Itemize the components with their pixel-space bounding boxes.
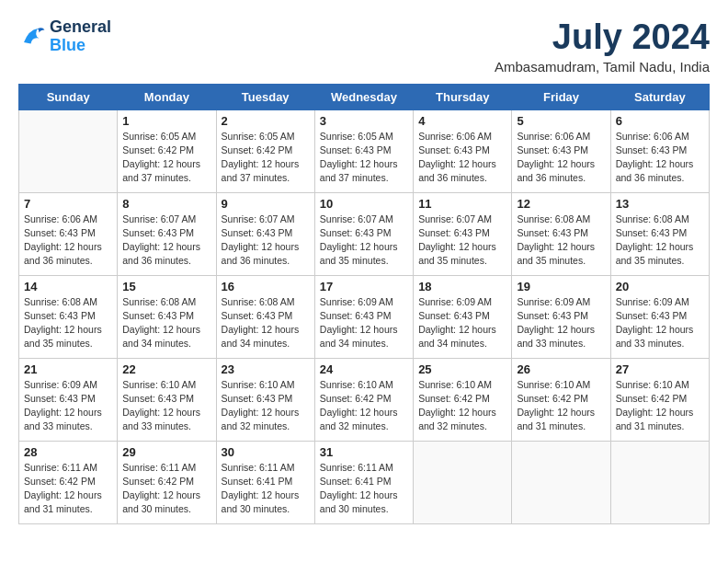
day-info: Sunrise: 6:09 AMSunset: 6:43 PMDaylight:… [24,378,112,434]
day-info: Sunrise: 6:06 AMSunset: 6:43 PMDaylight:… [517,130,605,186]
day-number: 18 [418,280,506,293]
day-number: 15 [122,280,210,293]
weekday-header-thursday: Thursday [414,84,512,109]
calendar-cell: 16Sunrise: 6:08 AMSunset: 6:43 PMDayligh… [216,275,314,358]
day-info: Sunrise: 6:08 AMSunset: 6:43 PMDaylight:… [222,295,310,351]
day-number: 10 [320,197,408,211]
day-info: Sunrise: 6:11 AMSunset: 6:41 PMDaylight:… [320,461,408,517]
day-number: 17 [320,280,408,293]
day-number: 22 [122,362,210,376]
day-info: Sunrise: 6:08 AMSunset: 6:43 PMDaylight:… [517,213,605,269]
calendar-cell: 26Sunrise: 6:10 AMSunset: 6:42 PMDayligh… [512,358,610,441]
day-info: Sunrise: 6:10 AMSunset: 6:43 PMDaylight:… [222,378,310,434]
day-number: 11 [418,197,506,211]
day-info: Sunrise: 6:05 AMSunset: 6:42 PMDaylight:… [222,130,310,186]
calendar-header-row: SundayMondayTuesdayWednesdayThursdayFrid… [19,84,710,109]
calendar-cell: 31Sunrise: 6:11 AMSunset: 6:41 PMDayligh… [314,441,413,523]
day-info: Sunrise: 6:05 AMSunset: 6:42 PMDaylight:… [122,130,210,186]
day-number: 3 [320,114,408,128]
calendar-cell: 3Sunrise: 6:05 AMSunset: 6:43 PMDaylight… [314,109,413,192]
calendar-cell [512,441,610,523]
day-info: Sunrise: 6:10 AMSunset: 6:42 PMDaylight:… [616,378,704,434]
day-info: Sunrise: 6:08 AMSunset: 6:43 PMDaylight:… [122,295,210,351]
day-info: Sunrise: 6:06 AMSunset: 6:43 PMDaylight:… [616,130,704,186]
day-number: 2 [222,114,310,128]
calendar-cell: 12Sunrise: 6:08 AMSunset: 6:43 PMDayligh… [512,192,610,275]
calendar-cell: 13Sunrise: 6:08 AMSunset: 6:43 PMDayligh… [610,192,709,275]
day-number: 19 [517,280,605,293]
day-info: Sunrise: 6:10 AMSunset: 6:42 PMDaylight:… [517,378,605,434]
logo-icon [18,23,46,51]
day-info: Sunrise: 6:08 AMSunset: 6:43 PMDaylight:… [616,213,704,269]
day-info: Sunrise: 6:11 AMSunset: 6:42 PMDaylight:… [24,461,112,517]
calendar-cell: 21Sunrise: 6:09 AMSunset: 6:43 PMDayligh… [19,358,118,441]
day-info: Sunrise: 6:07 AMSunset: 6:43 PMDaylight:… [122,213,210,269]
calendar-week-5: 28Sunrise: 6:11 AMSunset: 6:42 PMDayligh… [19,441,710,523]
weekday-header-sunday: Sunday [19,84,118,109]
day-info: Sunrise: 6:09 AMSunset: 6:43 PMDaylight:… [320,295,408,351]
calendar-cell: 9Sunrise: 6:07 AMSunset: 6:43 PMDaylight… [216,192,314,275]
calendar-cell: 11Sunrise: 6:07 AMSunset: 6:43 PMDayligh… [414,192,512,275]
calendar-week-4: 21Sunrise: 6:09 AMSunset: 6:43 PMDayligh… [19,358,710,441]
day-info: Sunrise: 6:06 AMSunset: 6:43 PMDaylight:… [418,130,506,186]
calendar-cell: 27Sunrise: 6:10 AMSunset: 6:42 PMDayligh… [610,358,709,441]
calendar-table: SundayMondayTuesdayWednesdayThursdayFrid… [18,84,710,524]
calendar-week-3: 14Sunrise: 6:08 AMSunset: 6:43 PMDayligh… [19,275,710,358]
calendar-cell [19,109,118,192]
logo: General Blue [18,18,111,55]
day-number: 28 [24,445,112,459]
day-number: 30 [222,445,310,459]
day-info: Sunrise: 6:08 AMSunset: 6:43 PMDaylight:… [24,295,112,351]
calendar-cell: 5Sunrise: 6:06 AMSunset: 6:43 PMDaylight… [512,109,610,192]
day-number: 13 [616,197,704,211]
title-block: July 2024 Ambasamudram, Tamil Nadu, Indi… [495,18,710,75]
day-number: 26 [517,362,605,376]
day-info: Sunrise: 6:07 AMSunset: 6:43 PMDaylight:… [320,213,408,269]
calendar-cell: 17Sunrise: 6:09 AMSunset: 6:43 PMDayligh… [314,275,413,358]
calendar-cell: 4Sunrise: 6:06 AMSunset: 6:43 PMDaylight… [414,109,512,192]
day-number: 27 [616,362,704,376]
weekday-header-monday: Monday [118,84,216,109]
calendar-cell: 30Sunrise: 6:11 AMSunset: 6:41 PMDayligh… [216,441,314,523]
day-number: 24 [320,362,408,376]
calendar-cell: 7Sunrise: 6:06 AMSunset: 6:43 PMDaylight… [19,192,118,275]
day-info: Sunrise: 6:10 AMSunset: 6:43 PMDaylight:… [122,378,210,434]
day-number: 6 [616,114,704,128]
day-info: Sunrise: 6:09 AMSunset: 6:43 PMDaylight:… [616,295,704,351]
calendar-cell: 22Sunrise: 6:10 AMSunset: 6:43 PMDayligh… [118,358,216,441]
day-number: 14 [24,280,112,293]
day-info: Sunrise: 6:07 AMSunset: 6:43 PMDaylight:… [222,213,310,269]
day-number: 12 [517,197,605,211]
day-number: 9 [222,197,310,211]
day-number: 29 [122,445,210,459]
day-info: Sunrise: 6:10 AMSunset: 6:42 PMDaylight:… [320,378,408,434]
logo-text: General Blue [50,18,111,55]
day-number: 1 [122,114,210,128]
day-number: 4 [418,114,506,128]
day-number: 5 [517,114,605,128]
calendar-cell: 2Sunrise: 6:05 AMSunset: 6:42 PMDaylight… [216,109,314,192]
calendar-cell: 1Sunrise: 6:05 AMSunset: 6:42 PMDaylight… [118,109,216,192]
day-number: 25 [418,362,506,376]
weekday-header-friday: Friday [512,84,610,109]
day-number: 20 [616,280,704,293]
month-year-title: July 2024 [495,18,710,57]
calendar-cell: 18Sunrise: 6:09 AMSunset: 6:43 PMDayligh… [414,275,512,358]
day-number: 23 [222,362,310,376]
calendar-cell: 20Sunrise: 6:09 AMSunset: 6:43 PMDayligh… [610,275,709,358]
calendar-cell: 25Sunrise: 6:10 AMSunset: 6:42 PMDayligh… [414,358,512,441]
calendar-cell: 28Sunrise: 6:11 AMSunset: 6:42 PMDayligh… [19,441,118,523]
weekday-header-wednesday: Wednesday [314,84,413,109]
location-subtitle: Ambasamudram, Tamil Nadu, India [495,59,710,75]
day-number: 7 [24,197,112,211]
day-number: 8 [122,197,210,211]
day-info: Sunrise: 6:05 AMSunset: 6:43 PMDaylight:… [320,130,408,186]
day-number: 31 [320,445,408,459]
calendar-week-2: 7Sunrise: 6:06 AMSunset: 6:43 PMDaylight… [19,192,710,275]
day-number: 21 [24,362,112,376]
weekday-header-tuesday: Tuesday [216,84,314,109]
calendar-cell: 29Sunrise: 6:11 AMSunset: 6:42 PMDayligh… [118,441,216,523]
calendar-cell: 19Sunrise: 6:09 AMSunset: 6:43 PMDayligh… [512,275,610,358]
day-info: Sunrise: 6:11 AMSunset: 6:42 PMDaylight:… [122,461,210,517]
calendar-cell [610,441,709,523]
